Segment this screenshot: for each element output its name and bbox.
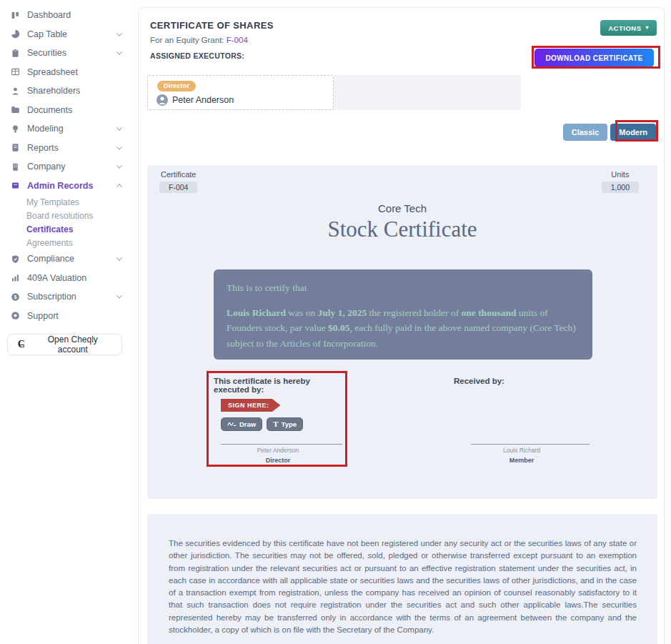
director-badge: Director — [157, 81, 196, 91]
signer-role: Director — [208, 457, 348, 464]
signer-name: Peter Anderson — [208, 447, 348, 454]
certify-statement: This is to certify that Louis Richard wa… — [214, 269, 592, 360]
bar-chart-icon — [10, 272, 21, 283]
draw-squiggle-icon — [227, 421, 237, 427]
receiver-role: Member — [454, 457, 590, 464]
page-title: CERTIFICATE OF SHARES — [150, 20, 274, 31]
empty-executor-slot — [334, 75, 521, 110]
chevron-down-icon — [116, 144, 122, 149]
svg-text:$: $ — [14, 294, 17, 300]
units-label: Units — [611, 170, 629, 179]
signature-tools: Draw T Type — [221, 417, 342, 431]
receiver-name: Louis Richard — [454, 447, 590, 454]
legal-disclaimer-panel: The securities evidenced by this certifi… — [147, 514, 657, 644]
executor-row: Peter Anderson — [156, 94, 333, 106]
chevron-down-icon — [116, 163, 122, 169]
chevron-down-icon — [116, 293, 122, 299]
sidebar-item-shareholders[interactable]: Shareholders — [0, 81, 136, 101]
signature-line — [221, 444, 342, 445]
sidebar-item-cap-table[interactable]: Cap Table — [0, 25, 136, 44]
folder-icon — [10, 104, 21, 115]
classic-view-button[interactable]: Classic — [563, 124, 608, 141]
executed-by-block: This certificate is hereby executed by: … — [208, 372, 348, 467]
sidebar-item-reports[interactable]: Reports — [0, 139, 136, 158]
executor-name: Peter Anderson — [172, 95, 234, 105]
company-name: Core Tech — [147, 202, 657, 214]
spreadsheet-icon — [10, 66, 21, 77]
sidebar-item-board-resolutions[interactable]: Board resolutions — [0, 209, 136, 222]
sidebar-item-company[interactable]: Company — [0, 157, 136, 177]
draw-signature-button[interactable]: Draw — [221, 417, 262, 431]
chevron-down-icon — [116, 255, 122, 261]
dashboard-icon — [10, 10, 21, 21]
received-by-label: Received by: — [454, 377, 590, 385]
chevron-down-icon — [116, 30, 122, 36]
open-cheqly-account-button[interactable]: C Open Cheqly account — [7, 334, 122, 355]
assigned-executors-label: ASSIGNED EXECUTORS: — [150, 51, 244, 60]
certificate-number-chip: F-004 — [159, 182, 197, 193]
sidebar-item-modeling[interactable]: Modeling — [0, 119, 136, 139]
main-content-card: CERTIFICATE OF SHARES For an Equity Gran… — [138, 7, 665, 644]
certificate-number-block: Certificate F-004 — [159, 170, 197, 193]
certificate-preview-panel: Certificate F-004 Units 1,000 Core Tech … — [147, 165, 657, 499]
legal-disclaimer-text: The securities evidenced by this certifi… — [169, 538, 637, 636]
sidebar-item-my-templates[interactable]: My Templates — [0, 195, 136, 209]
report-icon — [10, 142, 21, 153]
sidebar-item-compliance[interactable]: Compliance — [0, 249, 136, 269]
received-by-block: Received by: Louis Richard Member — [454, 372, 590, 467]
chevron-down-icon — [116, 49, 122, 55]
sidebar-item-409a-valuation[interactable]: 409A Valuation — [0, 269, 136, 288]
sidebar-item-securities[interactable]: Securities — [0, 44, 136, 63]
equity-grant-link[interactable]: F-004 — [227, 36, 248, 44]
units-chip: 1,000 — [602, 182, 639, 193]
records-icon — [10, 180, 21, 191]
executor-card[interactable]: Director Peter Anderson — [147, 75, 334, 110]
building-icon — [10, 162, 21, 172]
actions-button[interactable]: ACTIONS ▾ — [600, 20, 657, 36]
units-block: Units 1,000 — [602, 170, 639, 193]
sidebar-item-agreements[interactable]: Agreements — [0, 236, 136, 249]
pie-chart-icon — [10, 29, 21, 39]
sidebar: Dashboard Cap Table Securities Spreadshe… — [0, 0, 136, 644]
certify-intro: This is to certify that — [227, 280, 580, 296]
chevron-down-icon — [116, 125, 122, 131]
modern-view-button[interactable]: Modern — [610, 124, 656, 141]
shield-check-icon — [10, 254, 21, 264]
dollar-circle-icon: $ — [10, 292, 21, 302]
certificate-of-shares-page: Dashboard Cap Table Securities Spreadshe… — [0, 0, 671, 644]
support-icon — [10, 310, 21, 321]
avatar-icon — [156, 94, 168, 106]
page-subtitle: For an Equity Grant: F-004 — [150, 36, 248, 44]
certify-body: Louis Richard was on July 1, 2025 the re… — [227, 305, 580, 352]
sign-here-ribbon: SIGN HERE: — [221, 399, 281, 412]
sidebar-item-subscription[interactable]: $ Subscription — [0, 287, 136, 307]
type-signature-button[interactable]: T Type — [267, 417, 303, 431]
sidebar-item-documents[interactable]: Documents — [0, 101, 136, 120]
signature-line — [471, 444, 590, 445]
clipboard-icon — [10, 48, 21, 59]
sidebar-item-admin-records[interactable]: Admin Records — [0, 177, 136, 196]
certificate-number-label: Certificate — [161, 170, 197, 179]
type-t-icon: T — [273, 420, 278, 428]
executed-by-label: This certificate is hereby executed by: — [214, 377, 342, 394]
chevron-up-icon — [116, 184, 122, 189]
lightbulb-icon — [10, 124, 21, 134]
sidebar-item-spreadsheet[interactable]: Spreadsheet — [0, 63, 136, 82]
view-toggle: Classic Modern — [563, 124, 656, 141]
sidebar-item-certificates[interactable]: Certificates — [0, 222, 136, 236]
sidebar-item-support[interactable]: Support — [0, 307, 136, 326]
cheqly-logo-icon: C — [16, 340, 26, 350]
certificate-title: Stock Certificate — [147, 217, 657, 242]
sidebar-item-dashboard[interactable]: Dashboard — [0, 6, 136, 25]
person-icon — [10, 86, 21, 96]
download-certificate-button[interactable]: DOWNLOAD CERTIFICATE — [535, 49, 654, 67]
caret-down-icon: ▾ — [645, 25, 649, 31]
